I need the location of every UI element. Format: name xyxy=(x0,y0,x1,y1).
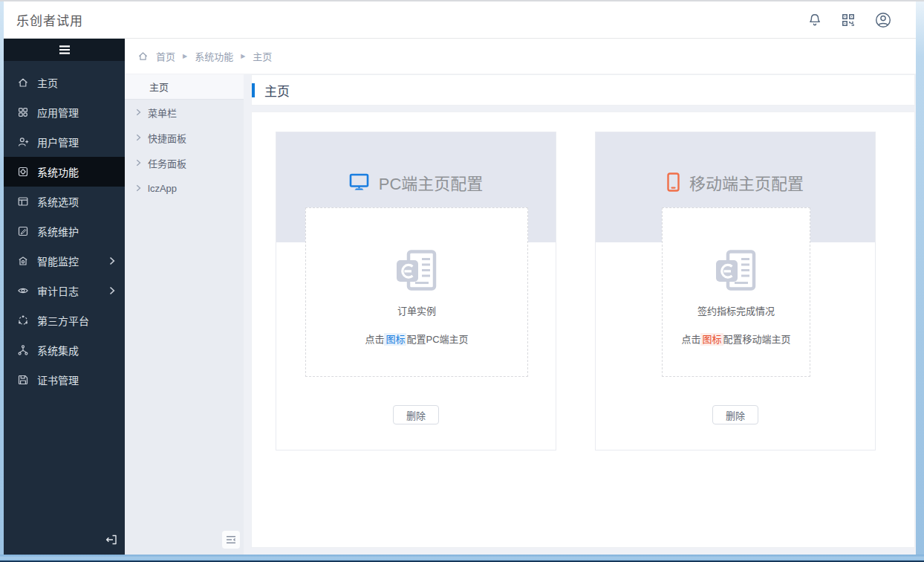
mobile-card-title: 移动端主页配置 xyxy=(689,170,804,194)
breadcrumb-item-system-functions[interactable]: 系统功能 xyxy=(195,49,233,63)
hamburger-icon xyxy=(58,45,71,54)
breadcrumb-item-home[interactable]: 首页 xyxy=(156,49,175,63)
eye-icon xyxy=(17,285,29,297)
sidebar-item-smart-monitoring[interactable]: 智能监控 xyxy=(4,246,125,276)
pc-config-hint: 点击图标配置PC端主页 xyxy=(365,332,468,346)
pc-widget-label: 订单实例 xyxy=(397,303,436,317)
branch-icon xyxy=(17,344,29,356)
sidebar-collapse-exit-icon[interactable] xyxy=(105,534,118,546)
qr-code-icon[interactable] xyxy=(841,13,856,28)
sidebar-item-label: 第三方平台 xyxy=(37,313,89,328)
submenu-item-quick-panel[interactable]: 快捷面板 xyxy=(125,125,244,150)
surveillance-icon xyxy=(17,255,29,267)
window-frame-bottom xyxy=(0,555,924,562)
submenu-item-task-panel[interactable]: 任务面板 xyxy=(125,150,244,175)
page-title: 主页 xyxy=(264,81,290,100)
mobile-delete-button[interactable]: 删除 xyxy=(712,405,758,424)
breadcrumb-home-icon xyxy=(137,51,149,62)
sidebar-item-label: 智能监控 xyxy=(37,253,79,268)
hint-highlight: 图标 xyxy=(700,333,723,346)
title-accent-bar xyxy=(252,83,255,97)
sidebar-item-third-party-platform[interactable]: 第三方平台 xyxy=(4,306,125,335)
card-pc-home-config: PC端主页配置 订单实例 点击图标配置PC端主页 删除 xyxy=(276,132,556,450)
submenu-item-label: lczApp xyxy=(148,183,177,194)
mobile-widget-dropzone[interactable]: 签约指标完成情况 点击图标配置移动端主页 xyxy=(662,207,810,377)
top-bar: 乐创者试用 xyxy=(4,1,916,39)
sidebar-item-system-functions[interactable]: 系统功能 xyxy=(4,157,125,187)
phone-icon xyxy=(667,172,680,192)
hint-suffix: 配置移动端主页 xyxy=(723,334,791,345)
pc-card-title: PC端主页配置 xyxy=(379,170,484,194)
chevron-right-icon xyxy=(136,159,141,167)
pc-widget-dropzone[interactable]: 订单实例 点击图标配置PC端主页 xyxy=(305,207,528,377)
submenu-item-home[interactable]: 主页 xyxy=(125,74,244,100)
user-icon xyxy=(17,136,29,148)
breadcrumb-separator: ▶ xyxy=(241,54,245,59)
breadcrumb-separator: ▶ xyxy=(183,54,187,59)
sidebar-item-home[interactable]: 主页 xyxy=(4,68,125,97)
sidebar-item-system-maintenance[interactable]: 系统维护 xyxy=(4,216,125,246)
app-title: 乐创者试用 xyxy=(16,10,83,29)
sidebar-item-audit-log[interactable]: 审计日志 xyxy=(4,276,125,306)
sidebar-item-label: 主页 xyxy=(37,75,58,90)
secondary-sidebar: 主页 菜单栏 快捷面板 任务面板 lczApp xyxy=(125,74,244,555)
sidebar-item-app-management[interactable]: 应用管理 xyxy=(4,97,125,127)
sidebar-toggle-button[interactable] xyxy=(4,39,125,61)
submenu-collapse-icon[interactable] xyxy=(222,531,240,549)
mobile-config-hint: 点击图标配置移动端主页 xyxy=(681,332,790,346)
document-widget-icon[interactable] xyxy=(393,248,440,293)
hint-highlight: 图标 xyxy=(384,333,406,346)
submenu-item-label: 菜单栏 xyxy=(148,106,177,120)
apps-grid-icon xyxy=(17,106,29,118)
sidebar-item-system-integration[interactable]: 系统集成 xyxy=(4,335,125,365)
chevron-right-icon xyxy=(136,109,141,116)
window-frame-right xyxy=(916,0,924,562)
card-mobile-home-config: 移动端主页配置 签约指标完成情况 点击图标配置移动端主页 删除 xyxy=(595,132,876,450)
window-frame-left xyxy=(0,0,4,562)
chevron-right-icon xyxy=(136,184,141,192)
panel-layout-icon xyxy=(17,196,29,207)
chevron-right-icon xyxy=(136,134,141,141)
sidebar-item-system-options[interactable]: 系统选项 xyxy=(4,187,125,216)
breadcrumb-item-current[interactable]: 主页 xyxy=(253,49,272,63)
maintenance-icon xyxy=(17,225,29,237)
submenu-item-menu-bar[interactable]: 菜单栏 xyxy=(125,100,244,125)
sidebar-item-label: 系统功能 xyxy=(37,164,79,179)
submenu-item-lczapp[interactable]: lczApp xyxy=(125,175,244,201)
home-icon xyxy=(17,77,29,88)
document-widget-icon[interactable] xyxy=(712,248,760,293)
mobile-widget-label: 签约指标完成情况 xyxy=(697,303,775,317)
bell-icon[interactable] xyxy=(807,13,822,28)
network-circle-icon xyxy=(17,314,29,326)
chevron-right-icon xyxy=(109,256,115,265)
sidebar-item-label: 系统维护 xyxy=(37,224,79,239)
sidebar-item-label: 证书管理 xyxy=(37,372,79,387)
monitor-icon xyxy=(349,173,369,191)
sidebar-item-label: 系统集成 xyxy=(37,343,79,358)
user-avatar-icon[interactable] xyxy=(874,11,892,29)
chevron-right-icon xyxy=(109,286,115,295)
main-content: 主页 PC端主页配置 订单实例 点击图标配置PC端主页 删除 xyxy=(244,74,916,555)
window-frame-top xyxy=(0,0,924,1)
breadcrumb: 首页 ▶ 系统功能 ▶ 主页 xyxy=(125,39,916,74)
system-gear-icon xyxy=(17,166,29,178)
sidebar-item-label: 应用管理 xyxy=(37,105,79,120)
hint-prefix: 点击 xyxy=(365,334,384,345)
topbar-icon-group xyxy=(807,11,892,29)
submenu-item-label: 任务面板 xyxy=(148,156,186,170)
sidebar-item-certificate-management[interactable]: 证书管理 xyxy=(4,365,125,395)
pc-delete-button[interactable]: 删除 xyxy=(393,405,439,424)
sidebar-item-label: 审计日志 xyxy=(37,283,79,298)
floppy-icon xyxy=(17,374,29,386)
hint-prefix: 点击 xyxy=(681,334,700,345)
content-panel: PC端主页配置 订单实例 点击图标配置PC端主页 删除 移动端主页配 xyxy=(251,112,915,548)
submenu-item-label: 快捷面板 xyxy=(148,131,186,145)
main-sidebar: 主页 应用管理 用户管理 系统功能 系统选项 系统维护 xyxy=(4,39,125,555)
application-window: 乐创者试用 主页 应用管理 xyxy=(0,0,924,562)
sidebar-item-label: 用户管理 xyxy=(37,135,79,149)
submenu-item-label: 主页 xyxy=(149,80,169,94)
sidebar-nav: 主页 应用管理 用户管理 系统功能 系统选项 系统维护 xyxy=(4,61,125,395)
sidebar-item-user-management[interactable]: 用户管理 xyxy=(4,127,125,157)
hint-suffix: 配置PC端主页 xyxy=(406,334,468,345)
page-title-bar: 主页 xyxy=(251,74,915,106)
